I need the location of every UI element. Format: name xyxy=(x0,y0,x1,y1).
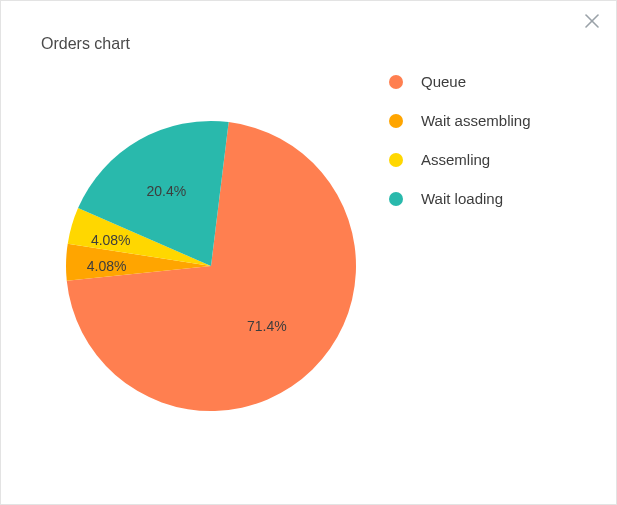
pie-slice-label: 4.08% xyxy=(91,232,131,248)
legend-swatch xyxy=(389,153,403,167)
pie-slice-label: 4.08% xyxy=(87,258,127,274)
legend-label: Wait loading xyxy=(421,190,503,207)
legend-item[interactable]: Wait loading xyxy=(389,190,530,207)
close-icon xyxy=(582,11,602,31)
legend-item[interactable]: Assemling xyxy=(389,151,530,168)
pie-chart: 71.4%4.08%4.08%20.4% xyxy=(61,116,361,416)
legend-label: Assemling xyxy=(421,151,490,168)
chart-legend: QueueWait assemblingAssemlingWait loadin… xyxy=(389,73,530,207)
orders-chart-panel: Orders chart 71.4%4.08%4.08%20.4% QueueW… xyxy=(0,0,617,505)
legend-label: Queue xyxy=(421,73,466,90)
legend-item[interactable]: Wait assembling xyxy=(389,112,530,129)
legend-swatch xyxy=(389,75,403,89)
pie-slice-label: 20.4% xyxy=(147,183,187,199)
panel-title: Orders chart xyxy=(41,35,130,53)
pie-slice-label: 71.4% xyxy=(247,318,287,334)
legend-item[interactable]: Queue xyxy=(389,73,530,90)
legend-label: Wait assembling xyxy=(421,112,530,129)
close-button[interactable] xyxy=(582,11,602,31)
legend-swatch xyxy=(389,192,403,206)
legend-swatch xyxy=(389,114,403,128)
